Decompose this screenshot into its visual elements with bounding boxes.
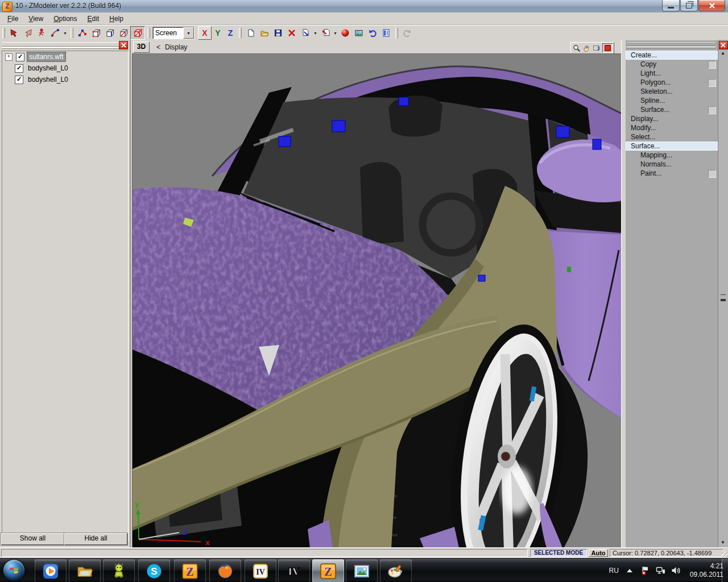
language-indicator[interactable]: RU <box>609 567 618 575</box>
tree-item-label[interactable]: bodyshell_L0 <box>26 64 70 73</box>
viewport-canvas[interactable]: y x z <box>132 53 622 548</box>
car-seat[interactable] <box>360 162 404 245</box>
show-all-button[interactable]: Show all <box>1 533 64 545</box>
rotate-view-icon[interactable] <box>591 44 601 52</box>
minimize-button[interactable] <box>662 0 680 11</box>
tree-item-label[interactable]: bodyshell_L0 <box>26 75 70 84</box>
helper-box[interactable] <box>332 120 345 132</box>
cube-edge-level-icon[interactable] <box>103 27 117 39</box>
command-checkbox[interactable] <box>708 61 716 69</box>
undo-icon[interactable] <box>366 27 379 39</box>
scroll-up-arrow[interactable]: ▲ <box>718 51 727 56</box>
helper-box[interactable] <box>478 275 485 281</box>
axis-y-button[interactable]: Y <box>212 27 224 39</box>
cmd-skeleton[interactable]: Skeleton... <box>626 87 718 96</box>
cmd-display[interactable]: Display... <box>626 114 718 123</box>
status-message-field[interactable] <box>1 549 528 557</box>
taskbar-gta-iv[interactable]: IV <box>245 559 276 582</box>
panel-close-button[interactable] <box>719 41 728 49</box>
show-desktop-button[interactable] <box>722 559 728 582</box>
selected-mode-indicator[interactable]: SELECTED MODE <box>530 549 587 557</box>
start-button[interactable] <box>3 560 24 581</box>
menu-options[interactable]: Options <box>48 14 82 24</box>
taskbar-gta-iv-letters[interactable]: IV <box>278 559 310 582</box>
menu-edit[interactable]: Edit <box>82 14 105 24</box>
menu-help[interactable]: Help <box>104 14 129 24</box>
material-sphere-icon[interactable] <box>338 27 352 39</box>
import-file-icon[interactable] <box>318 27 332 39</box>
helper-box[interactable] <box>279 136 291 147</box>
restore-button[interactable] <box>680 0 698 11</box>
toolbar-grip[interactable] <box>147 28 150 38</box>
taskbar-zmodeler-active[interactable]: Z <box>312 559 344 582</box>
taskbar-zmodeler[interactable]: Z <box>174 559 206 582</box>
tree-row-sultanrs[interactable]: + ✓ sultanrs.wft <box>2 51 128 63</box>
visibility-checkbox[interactable]: ✓ <box>16 53 24 61</box>
command-checkbox[interactable] <box>708 170 716 178</box>
vertices-tool-icon[interactable] <box>76 27 89 39</box>
view-name-label[interactable]: Display <box>165 43 187 51</box>
close-button[interactable] <box>698 0 725 11</box>
save-file-icon[interactable] <box>271 27 285 39</box>
cmd-light[interactable]: Light... <box>626 69 718 78</box>
cmd-surface-create[interactable]: Surface... <box>626 105 718 114</box>
show-hidden-icons-arrow[interactable] <box>627 569 632 572</box>
toolbar-grip[interactable] <box>239 28 242 38</box>
scroll-down-arrow[interactable]: ▼ <box>718 540 727 545</box>
cube-vertex-level-icon[interactable] <box>89 27 103 39</box>
scroll-grip[interactable] <box>721 294 726 300</box>
helper-box[interactable] <box>399 97 408 106</box>
toolbar-grip[interactable] <box>2 28 5 38</box>
export-file-icon[interactable] <box>299 27 312 39</box>
toolbar-grip[interactable] <box>71 28 73 38</box>
title-bar[interactable]: Z 10 - ZModeler ver 2.2.2 (Build 964) <box>0 0 728 13</box>
cmd-surface[interactable]: Surface... <box>626 142 718 151</box>
zoom-icon[interactable] <box>572 44 581 52</box>
taskbar-media-player[interactable] <box>35 559 67 582</box>
resize-grip[interactable] <box>722 551 727 557</box>
view-back-arrow[interactable]: < <box>156 43 160 51</box>
new-file-icon[interactable] <box>244 27 258 39</box>
taskbar-qip[interactable] <box>103 559 135 582</box>
auto-mode-button[interactable]: Auto <box>589 549 608 557</box>
helper-box[interactable] <box>556 126 569 138</box>
cmd-select[interactable]: Select... <box>626 132 718 142</box>
bones-dropdown-arrow[interactable]: ▼ <box>62 27 68 39</box>
texture-image-icon[interactable] <box>352 27 366 39</box>
maximize-view-button[interactable] <box>602 43 613 53</box>
panel-close-button[interactable] <box>119 41 128 49</box>
toolbar-grip[interactable] <box>395 28 398 38</box>
combo-dropdown-arrow[interactable]: ▼ <box>183 27 194 39</box>
network-icon[interactable] <box>656 566 665 575</box>
cmd-copy[interactable]: Copy <box>626 60 718 69</box>
tree-item-label[interactable]: sultanrs.wft <box>27 52 65 61</box>
clock[interactable]: 4:21 09.06.2011 <box>690 562 723 579</box>
volume-icon[interactable] <box>671 566 681 575</box>
cmd-mapping[interactable]: Mapping... <box>626 151 718 160</box>
taskbar-explorer[interactable] <box>69 559 101 582</box>
axis-z-button[interactable]: Z <box>224 27 237 39</box>
cube-object-level-icon[interactable] <box>130 26 145 40</box>
tree-row-bodyshell-2[interactable]: ✓ bodyshell_L0 <box>2 74 128 85</box>
panel-drag-grip[interactable] <box>627 42 715 46</box>
cmd-create[interactable]: Create... <box>626 51 718 60</box>
bones-tool-icon[interactable] <box>48 27 62 39</box>
cmd-spline[interactable]: Spline... <box>626 96 718 105</box>
axis-x-button[interactable]: X <box>198 26 212 40</box>
select-move-icon[interactable] <box>7 27 21 39</box>
expand-plus-icon[interactable]: + <box>5 53 13 61</box>
helper-box[interactable] <box>593 139 601 149</box>
log-document-icon[interactable] <box>379 27 393 39</box>
export-dropdown-arrow[interactable]: ▼ <box>312 27 318 39</box>
pan-hand-icon[interactable] <box>581 44 591 52</box>
visibility-checkbox[interactable]: ✓ <box>15 64 23 73</box>
cmd-paint[interactable]: Paint... <box>626 169 718 178</box>
cmd-normals[interactable]: Normals... <box>626 160 718 169</box>
visibility-checkbox[interactable]: ✓ <box>15 76 23 84</box>
tree-row-bodyshell-1[interactable]: ✓ bodyshell_L0 <box>2 63 128 74</box>
taskbar-firefox[interactable] <box>209 559 241 582</box>
command-checkbox[interactable] <box>708 79 716 87</box>
animate-figure-icon[interactable] <box>35 27 48 39</box>
taskbar-paint[interactable] <box>380 559 412 582</box>
delete-icon[interactable] <box>285 27 299 39</box>
